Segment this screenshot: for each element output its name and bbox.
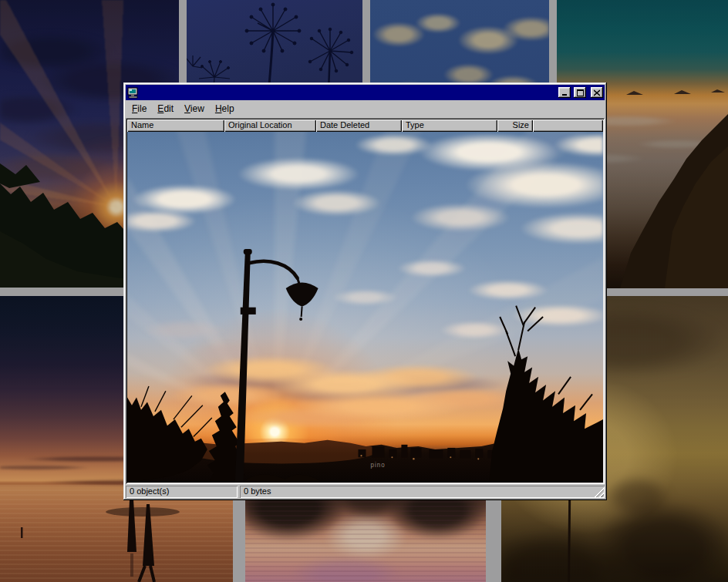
minimize-icon (561, 89, 568, 96)
status-byte-count: 0 bytes (240, 486, 605, 498)
column-header-name[interactable]: Name (127, 119, 224, 132)
minimize-button[interactable] (558, 87, 571, 98)
menu-file[interactable]: File (126, 102, 152, 116)
menu-view[interactable]: View (179, 102, 210, 116)
menu-help[interactable]: Help (210, 102, 240, 116)
right-tree-mass (489, 306, 603, 483)
close-icon (594, 89, 600, 96)
column-header-original-location[interactable]: Original Location (224, 119, 316, 132)
column-header-size[interactable]: Size (497, 119, 533, 132)
titlebar[interactable] (126, 85, 605, 100)
column-header-date-deleted[interactable]: Date Deleted (316, 119, 402, 132)
sunset-photo: pino (127, 119, 603, 483)
menu-bar: File Edit View Help (126, 100, 605, 118)
maximize-icon (577, 89, 584, 96)
silhouettes: pino (127, 119, 603, 483)
column-headers: Name Original Location Date Deleted Type… (127, 119, 603, 132)
list-view[interactable]: pino (126, 118, 605, 484)
menu-edit[interactable]: Edit (152, 102, 179, 116)
status-object-count: 0 object(s) (126, 486, 238, 498)
computer-icon[interactable] (127, 87, 140, 99)
status-bar: 0 object(s) 0 bytes (126, 486, 605, 498)
column-header-type[interactable]: Type (402, 119, 497, 132)
photo-sign-text: pino (370, 461, 385, 468)
column-header-filler (533, 119, 603, 132)
explorer-window: File Edit View Help (123, 82, 607, 500)
lamp-head (286, 282, 318, 306)
close-button[interactable] (591, 87, 603, 98)
ripples (245, 496, 486, 582)
maximize-button[interactable] (574, 87, 586, 98)
